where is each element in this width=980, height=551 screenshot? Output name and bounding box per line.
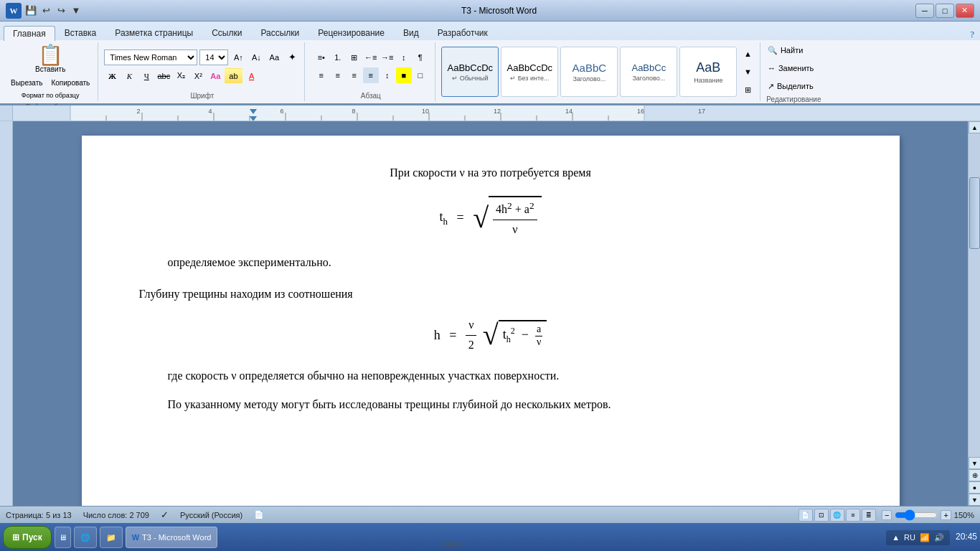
number-list-btn[interactable]: 1. <box>330 50 346 65</box>
clear-format-btn[interactable]: ✦ <box>284 50 300 65</box>
font-color-btn[interactable]: A <box>244 68 260 84</box>
tab-developer[interactable]: Разработчик <box>428 25 497 40</box>
start-button[interactable]: ⊞ Пуск <box>3 526 52 549</box>
styles-up-btn[interactable]: ▲ <box>740 46 755 62</box>
styles-more-btn[interactable]: ⊞ <box>740 82 755 98</box>
scroll-up-btn[interactable]: ▲ <box>969 121 980 133</box>
copy-btn[interactable]: Копировать <box>47 76 93 89</box>
customize-qa-btn[interactable]: ▼ <box>70 4 83 17</box>
cut-btn[interactable]: Вырезать <box>7 76 46 89</box>
svg-text:16: 16 <box>637 108 644 115</box>
ruler: 2 4 6 8 10 12 14 16 17 <box>0 105 980 121</box>
line-spacing-btn[interactable]: ↕ <box>380 67 395 83</box>
styles-down-btn[interactable]: ▼ <box>740 64 755 80</box>
align-left-btn[interactable]: ≡ <box>314 67 329 83</box>
font-family-select[interactable]: Times New Roman <box>104 50 197 65</box>
find-btn[interactable]: 🔍Найти <box>767 42 821 58</box>
word-taskbar-btn[interactable]: W Т3 - Microsoft Word <box>126 527 218 548</box>
border-btn[interactable]: □ <box>413 67 428 83</box>
document-content: При скорости ν на это потребуется время … <box>139 164 842 413</box>
tab-mailings[interactable]: Рассылки <box>251 25 308 40</box>
status-left: Страница: 5 из 13 Число слов: 2 709 ✓ Ру… <box>6 509 264 520</box>
redo-btn[interactable]: ↪ <box>55 4 67 17</box>
align-right-btn[interactable]: ≡ <box>347 67 362 83</box>
style-heading2[interactable]: AaBbCc Заголово... <box>620 47 677 97</box>
increase-indent-btn[interactable]: →≡ <box>380 50 395 65</box>
style-normal[interactable]: AaBbCcDc ↵ Обычный <box>441 47 499 97</box>
paste-icon: 📋 <box>38 45 63 65</box>
zoom-out-btn[interactable]: − <box>882 510 892 520</box>
subscript-btn[interactable]: X₂ <box>173 68 189 84</box>
svg-text:2: 2 <box>136 108 140 115</box>
scroll-down-btn[interactable]: ▼ <box>969 457 980 469</box>
font-shrink-btn[interactable]: A↓ <box>248 50 264 65</box>
full-screen-btn[interactable]: ⊡ <box>814 509 829 522</box>
highlight-btn[interactable]: ab <box>225 68 242 84</box>
decrease-indent-btn[interactable]: ←≡ <box>363 50 379 65</box>
paste-button[interactable]: 📋 Вставить <box>29 42 72 76</box>
tab-home[interactable]: Главная <box>4 26 55 41</box>
font-size-select[interactable]: 14 <box>199 50 228 65</box>
text-effects-btn[interactable]: Aa <box>207 68 223 84</box>
scroll-prev-page-btn[interactable]: ▼ <box>969 494 980 506</box>
style-no-spacing[interactable]: AaBbCcDc ↵ Без инте... <box>501 47 558 97</box>
superscript-btn[interactable]: X² <box>190 68 206 84</box>
justify-btn[interactable]: ≡ <box>363 67 379 83</box>
web-layout-btn[interactable]: 🌐 <box>830 509 844 522</box>
multilevel-list-btn[interactable]: ⊞ <box>347 50 362 65</box>
show-formatting-btn[interactable]: ¶ <box>413 50 428 65</box>
tab-view[interactable]: Вид <box>394 25 428 40</box>
change-case-btn[interactable]: Aa <box>266 50 282 65</box>
ie-btn[interactable]: 🌐 <box>74 527 97 548</box>
bold-btn[interactable]: Ж <box>104 68 120 84</box>
style-title-label: Название <box>694 77 722 84</box>
minimize-btn[interactable]: ─ <box>915 4 934 18</box>
font-grow-btn[interactable]: A↑ <box>230 50 246 65</box>
window-title: Т3 - Microsoft Word <box>461 6 537 16</box>
strikethrough-btn[interactable]: abc <box>156 68 171 84</box>
para-row1: ≡• 1. ⊞ ←≡ →≡ ↕ ¶ <box>314 50 428 65</box>
paragraph-group: ≡• 1. ⊞ ←≡ →≡ ↕ ¶ ≡ ≡ ≡ ≡ ↕ ■ □ <box>306 42 435 101</box>
close-btn[interactable]: ✕ <box>956 4 974 18</box>
formula2-h: h <box>434 326 440 345</box>
style-title[interactable]: AaB Название <box>679 47 737 97</box>
undo-btn[interactable]: ↩ <box>39 4 52 17</box>
paragraph-5: По указанному методу могут быть исследов… <box>139 396 842 413</box>
explorer-btn[interactable]: 📁 <box>100 527 123 548</box>
doc-scroll-area[interactable]: При скорости ν на это потребуется время … <box>0 121 968 506</box>
formula1-sqrt: √ 4h2 + a2 ν <box>473 196 541 240</box>
tray-icon-sound: 🔊 <box>934 533 944 542</box>
format-painter-btn[interactable]: Формат по образцу <box>18 89 83 102</box>
outline-btn[interactable]: ≡ <box>846 509 860 522</box>
help-icon[interactable]: ? <box>970 29 974 40</box>
print-layout-btn[interactable]: 📄 <box>798 509 813 522</box>
shading-btn[interactable]: ■ <box>396 67 412 83</box>
save-quick-btn[interactable]: 💾 <box>24 4 37 17</box>
zoom-slider[interactable] <box>895 512 938 519</box>
draft-btn[interactable]: ≣ <box>862 509 876 522</box>
align-center-btn[interactable]: ≡ <box>330 67 346 83</box>
italic-btn[interactable]: К <box>121 68 137 84</box>
scroll-next-page-btn[interactable]: ⊕ <box>969 469 980 481</box>
bullet-list-btn[interactable]: ≡• <box>314 50 329 65</box>
show-desktop-btn[interactable]: 🖥 <box>55 527 71 548</box>
underline-btn[interactable]: Ч <box>138 68 154 84</box>
formula-1: th = √ 4h2 + a2 ν <box>439 196 541 240</box>
select-btn[interactable]: ↗Выделить <box>767 78 821 94</box>
zoom-in-btn[interactable]: + <box>941 510 951 520</box>
clipboard-group: 📋 Вставить Вырезать Копировать Формат по… <box>3 42 98 101</box>
zoom-control: − + 150% <box>882 510 974 520</box>
replace-btn[interactable]: ↔Заменить <box>767 60 821 76</box>
scrollbar-thumb[interactable] <box>969 177 980 249</box>
styles-group: AaBbCcDc ↵ Обычный AaBbCcDc ↵ Без инте..… <box>437 42 760 101</box>
editing-group: 🔍Найти ↔Заменить ↗Выделить Редактировани… <box>762 42 825 101</box>
tab-review[interactable]: Рецензирование <box>308 25 394 40</box>
maximize-btn[interactable]: □ <box>936 4 954 18</box>
vertical-ruler <box>0 121 13 506</box>
select-browse-btn[interactable]: ● <box>969 481 980 494</box>
sort-btn[interactable]: ↕ <box>396 50 412 65</box>
tab-layout[interactable]: Разметка страницы <box>105 25 202 40</box>
tab-references[interactable]: Ссылки <box>202 25 251 40</box>
style-heading1[interactable]: AaBbC Заголово... <box>560 47 618 97</box>
tab-insert[interactable]: Вставка <box>55 25 106 40</box>
